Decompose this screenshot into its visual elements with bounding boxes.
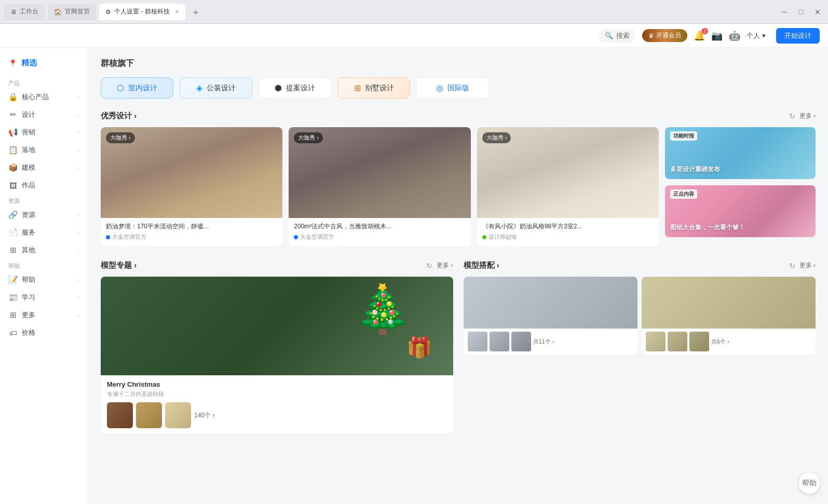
mini-thumb-2a xyxy=(646,332,666,351)
sidebar-item-design[interactable]: ✏ 设计 › xyxy=(0,106,88,124)
author-dot-3 xyxy=(482,235,486,239)
count-badge[interactable]: 140个 xyxy=(194,411,214,420)
model-match-card-1[interactable]: 共11个 xyxy=(464,277,637,355)
category-pills: ⬡ 室内设计 ◈ 公装设计 ⬢ 提案设计 ⊞ 别墅设计 ◎ 国际版 xyxy=(101,77,816,99)
start-design-button[interactable]: 开始设计 xyxy=(776,28,820,44)
arrow-icon: › xyxy=(77,112,79,118)
search-button[interactable]: 🔍 搜索 xyxy=(599,29,636,43)
close-button[interactable]: ✕ xyxy=(811,6,824,18)
sidebar-featured[interactable]: 📍 精选 xyxy=(0,54,88,72)
sidebar-item-more[interactable]: ⊞ 更多 › xyxy=(0,306,88,324)
sidebar-item-marketing[interactable]: 📢 营销 › xyxy=(0,124,88,141)
maximize-button[interactable]: □ xyxy=(795,6,807,18)
christmas-tree-icon: 🎄 xyxy=(354,282,412,336)
model-match-title[interactable]: 模型搭配 xyxy=(464,261,499,270)
help-fab[interactable]: 帮助 xyxy=(799,473,820,494)
mini-thumb-2b xyxy=(668,332,687,351)
sidebar-item-other[interactable]: ⊞ 其他 › xyxy=(0,241,88,259)
arrow-icon: › xyxy=(77,129,79,135)
sidebar-item-pricing[interactable]: 🏷 价格 xyxy=(0,324,88,342)
design-card-image-1: 大咖秀 xyxy=(101,127,282,218)
tab-close-button[interactable]: ✕ xyxy=(175,9,179,15)
news-label: 功能时报 xyxy=(670,131,697,141)
tab-home[interactable]: 🏠 官网首页 xyxy=(48,4,96,20)
enterprise-button[interactable]: 🅥 企业版 xyxy=(0,500,88,504)
sidebar-item-landing[interactable]: 📋 落地 › xyxy=(0,141,88,159)
model-card-image: 🎄 🎁 xyxy=(101,277,453,375)
news-text: 多层设计重磅发布 xyxy=(670,165,810,174)
excellent-design-title[interactable]: 优秀设计 xyxy=(101,111,137,121)
sidebar-section-product: 产品 xyxy=(0,76,88,88)
pricing-icon: 🏷 xyxy=(8,328,18,337)
category-commercial[interactable]: ◈ 公装设计 xyxy=(180,77,252,99)
side-card-news[interactable]: 功能时报 多层设计重磅发布 xyxy=(665,127,816,179)
model-topic-section: 模型专题 ↻ 更多 🎄 🎁 Merry Christmas 专属十二月的圣诞特辑 xyxy=(101,261,453,433)
tab-workbench[interactable]: 🖥 工作台 xyxy=(4,4,45,20)
category-indoor[interactable]: ⬡ 室内设计 xyxy=(101,77,173,99)
badge-1[interactable]: 大咖秀 xyxy=(106,132,135,143)
design-card-2[interactable]: 大咖秀 200m²法式中古风，当雅致胡桃木... 大金空调官方 xyxy=(289,127,470,246)
model-card-info: Merry Christmas 专属十二月的圣诞特辑 140个 xyxy=(101,375,453,433)
sidebar-item-help[interactable]: 📝 帮助 › xyxy=(0,271,88,289)
more-button[interactable]: 更多 xyxy=(799,112,816,120)
sidebar-item-modeling[interactable]: 📦 建模 › xyxy=(0,159,88,176)
match-thumbs-2: 共6个 xyxy=(642,329,816,355)
sidebar: 📍 精选 产品 🔒 核心产品 › ✏ 设计 › 📢 营销 › 📋 落地 › 📦 … xyxy=(0,48,88,504)
mini-thumb-1b xyxy=(490,332,509,351)
location-icon: 📍 xyxy=(8,59,17,67)
resources-icon: 🔗 xyxy=(8,210,18,220)
model-topic-title[interactable]: 模型专题 xyxy=(101,261,137,270)
commercial-icon: ◈ xyxy=(196,83,202,93)
category-proposal[interactable]: ⬢ 提案设计 xyxy=(259,77,331,99)
nav-bar: 🔍 搜索 ♛ 开通会员 🔔 2 📷 🤖 个人 ▾ 开始设计 xyxy=(0,24,828,48)
category-villa[interactable]: ⊞ 别墅设计 xyxy=(337,77,410,99)
model-topic-refresh[interactable]: ↻ xyxy=(426,262,432,270)
proposal-icon: ⬢ xyxy=(275,83,282,93)
category-international[interactable]: ◎ 国际版 xyxy=(416,77,489,99)
model-topic-more[interactable]: 更多 xyxy=(437,261,453,270)
tab-settings[interactable]: ⚙ 个人设置 - 群核科技 ✕ xyxy=(99,4,185,20)
badge-2[interactable]: 大咖秀 xyxy=(294,132,323,143)
sidebar-item-learning[interactable]: 📰 学习 › xyxy=(0,289,88,306)
design-card-image-3: 大咖秀 xyxy=(477,127,659,218)
sidebar-item-resources[interactable]: 🔗 资源 › xyxy=(0,206,88,224)
sidebar-item-services[interactable]: 📄 服务 › xyxy=(0,224,88,241)
model-match-more[interactable]: 更多 xyxy=(799,261,816,270)
bot-icon[interactable]: 🤖 xyxy=(729,30,740,42)
model-card[interactable]: 🎄 🎁 Merry Christmas 专属十二月的圣诞特辑 140个 xyxy=(101,277,453,433)
arrow-icon: › xyxy=(77,312,79,318)
design-card-info-2: 200m²法式中古风，当雅致胡桃木... 大金空调官方 xyxy=(289,218,470,246)
notification-button[interactable]: 🔔 2 xyxy=(694,30,705,42)
model-match-header: 模型搭配 ↻ 更多 xyxy=(464,261,816,270)
model-topic-header: 模型专题 ↻ 更多 xyxy=(101,261,453,270)
mini-count-1[interactable]: 共11个 xyxy=(533,338,554,346)
mini-count-2[interactable]: 共6个 xyxy=(711,338,729,346)
works-icon: 🖼 xyxy=(8,181,18,190)
badge-3[interactable]: 大咖秀 xyxy=(482,132,511,143)
landing-icon: 📋 xyxy=(8,145,18,155)
design-card-info-3: 《有风小院》奶油风格98平方3室2... 设计师赵喻 xyxy=(477,218,659,246)
content-text: 图纸大合集，一次看个够！ xyxy=(670,223,810,232)
vip-icon: ♛ xyxy=(648,32,654,39)
browser-actions: ─ □ ✕ xyxy=(778,6,824,18)
model-match-refresh[interactable]: ↻ xyxy=(789,262,795,270)
model-match-card-2[interactable]: 共6个 xyxy=(642,277,816,355)
design-card-3[interactable]: 大咖秀 《有风小院》奶油风格98平方3室2... 设计师赵喻 xyxy=(477,127,659,246)
design-icon: ✏ xyxy=(8,110,18,119)
design-card-1[interactable]: 大咖秀 奶油梦境：170平米流动空间，静谧... 大金空调官方 xyxy=(101,127,282,246)
user-menu[interactable]: 个人 ▾ xyxy=(746,31,766,40)
sidebar-item-works[interactable]: 🖼 作品 xyxy=(0,176,88,194)
excellent-design-header: 优秀设计 ↻ 更多 xyxy=(101,111,816,121)
mini-thumb-1c xyxy=(511,332,531,351)
sidebar-item-core-product[interactable]: 🔒 核心产品 › xyxy=(0,88,88,106)
minimize-button[interactable]: ─ xyxy=(778,6,791,18)
new-tab-button[interactable]: ＋ xyxy=(188,5,203,19)
refresh-button[interactable]: ↻ xyxy=(789,112,795,120)
arrow-icon: › xyxy=(77,247,79,253)
news-card-bg: 功能时报 多层设计重磅发布 xyxy=(665,127,816,179)
design-grid: 大咖秀 奶油梦境：170平米流动空间，静谧... 大金空调官方 大咖秀 200m… xyxy=(101,127,816,246)
arrow-icon: › xyxy=(77,212,79,218)
side-card-content[interactable]: 正点内容 图纸大合集，一次看个够！ xyxy=(665,185,816,237)
vip-button[interactable]: ♛ 开通会员 xyxy=(642,29,687,42)
camera-icon[interactable]: 📷 xyxy=(711,30,723,42)
